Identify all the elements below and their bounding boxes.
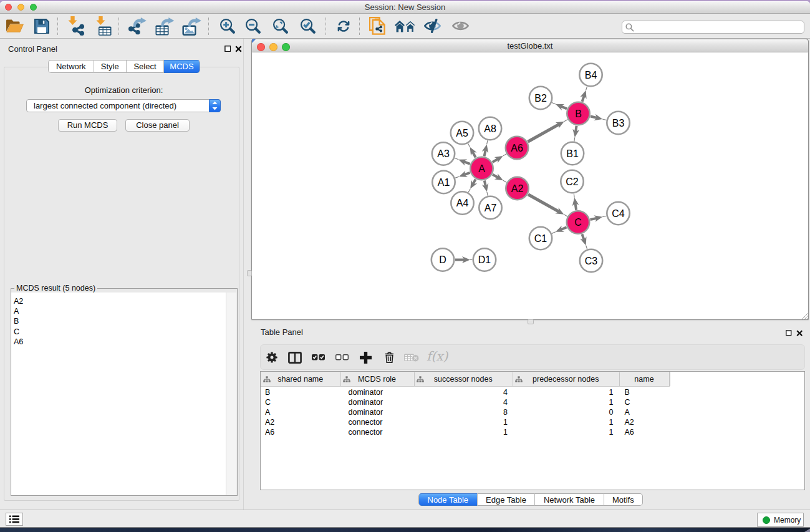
- graph-node-A6[interactable]: A6: [506, 137, 528, 159]
- tab-select[interactable]: Select: [127, 60, 164, 73]
- graph-edge-A-A7[interactable]: [485, 181, 486, 186]
- duplicate-network-button[interactable]: [368, 14, 387, 38]
- tab-node-table[interactable]: Node Table: [418, 493, 478, 506]
- graph-edge-A-A1[interactable]: [465, 173, 470, 175]
- splitter-knob-bottom[interactable]: [528, 319, 534, 324]
- graph-node-A1[interactable]: A1: [432, 171, 455, 193]
- graph-edge-A-A6[interactable]: [493, 159, 498, 162]
- network-graph-canvas[interactable]: A A1 A2 A3 A4 A5 A6 A7 A8 B B1 B2 B3: [252, 52, 808, 319]
- graph-node-D[interactable]: D: [432, 248, 454, 271]
- float-panel-icon[interactable]: [224, 46, 231, 52]
- zoom-out-button[interactable]: [244, 14, 262, 38]
- search-input[interactable]: [622, 21, 804, 34]
- zoom-selected-button[interactable]: [299, 14, 317, 38]
- graph-edge-B-B1[interactable]: [576, 126, 576, 132]
- run-mcds-button[interactable]: Run MCDS: [58, 119, 117, 132]
- graph-node-C3[interactable]: C3: [580, 249, 602, 272]
- graph-edge-C-C4[interactable]: [591, 218, 597, 220]
- table-row[interactable]: Bdominator41B: [261, 387, 804, 397]
- refresh-button[interactable]: [336, 14, 351, 38]
- graph-node-B3[interactable]: B3: [607, 112, 629, 134]
- graph-edge-B-B2[interactable]: [561, 106, 567, 109]
- graph-edge-A-A3[interactable]: [464, 162, 470, 164]
- graph-node-A8[interactable]: A8: [479, 117, 501, 140]
- gear-button[interactable]: [266, 352, 277, 363]
- hide-selected-button[interactable]: [423, 14, 442, 38]
- tab-network[interactable]: Network: [48, 60, 94, 73]
- mcds-result-item[interactable]: B: [11, 316, 226, 326]
- graph-node-A[interactable]: A: [470, 157, 493, 180]
- graph-node-B2[interactable]: B2: [529, 87, 552, 109]
- zoom-in-button[interactable]: [219, 14, 236, 38]
- graph-node-A7[interactable]: A7: [479, 196, 501, 219]
- graph-node-D1[interactable]: D1: [473, 248, 496, 271]
- open-session-button[interactable]: [4, 14, 25, 38]
- trash-button[interactable]: [385, 352, 394, 363]
- import-table-button[interactable]: [94, 14, 113, 38]
- graph-node-A4[interactable]: A4: [451, 191, 473, 214]
- tab-network-table[interactable]: Network Table: [535, 493, 604, 506]
- graph-edge-A-A2[interactable]: [493, 175, 498, 178]
- save-session-button[interactable]: [32, 14, 51, 38]
- column-header-predecessor-nodes[interactable]: predecessor nodes: [513, 372, 619, 387]
- graph-node-A2[interactable]: A2: [506, 177, 528, 200]
- tab-edge-table[interactable]: Edge Table: [478, 493, 536, 506]
- graph-node-C[interactable]: C: [567, 211, 589, 233]
- graph-node-B4[interactable]: B4: [579, 64, 602, 86]
- graph-node-A5[interactable]: A5: [451, 122, 473, 144]
- tab-style[interactable]: Style: [94, 60, 127, 73]
- first-neighbors-button[interactable]: [393, 14, 417, 38]
- graph-node-A3[interactable]: A3: [432, 142, 455, 165]
- splitter-knob-left[interactable]: [247, 270, 252, 276]
- checked-pair-button[interactable]: [312, 354, 325, 360]
- plus-button[interactable]: [360, 352, 372, 364]
- zoom-fit-button[interactable]: [272, 14, 289, 38]
- graph-edge-A-A8[interactable]: [485, 150, 486, 156]
- column-header-name[interactable]: name: [619, 372, 670, 387]
- export-image-button[interactable]: [178, 14, 203, 38]
- graph-edge-C-C1[interactable]: [561, 227, 566, 230]
- close-table-panel-icon[interactable]: [796, 330, 803, 337]
- column-header-shared-name[interactable]: shared name: [261, 372, 340, 387]
- mcds-result-list[interactable]: A2ABCA6: [11, 293, 226, 495]
- graph-edge-B-B4[interactable]: [582, 95, 584, 102]
- mcds-result-item[interactable]: A2: [11, 296, 226, 306]
- mcds-list-scrollbar[interactable]: [226, 293, 236, 495]
- graph-node-B1[interactable]: B1: [561, 142, 584, 165]
- column-divider[interactable]: [670, 372, 670, 386]
- graph-edge-C-C3[interactable]: [582, 234, 584, 239]
- graph-edge-C-C2[interactable]: [576, 203, 577, 210]
- export-table-button[interactable]: [152, 14, 176, 38]
- export-network-button[interactable]: [127, 14, 149, 38]
- show-all-button[interactable]: [451, 14, 470, 38]
- mcds-result-item[interactable]: A: [11, 306, 226, 316]
- split-view-button[interactable]: [288, 352, 302, 364]
- graph-edge-A2-C[interactable]: [528, 195, 559, 212]
- window-resize-grip[interactable]: [800, 311, 809, 320]
- graph-edge-A-A5[interactable]: [473, 152, 476, 158]
- graph-node-C1[interactable]: C1: [529, 227, 552, 249]
- mcds-result-item[interactable]: A6: [11, 337, 226, 347]
- close-panel-button[interactable]: Close panel: [125, 119, 190, 132]
- tab-motifs[interactable]: Motifs: [604, 493, 644, 506]
- table-row[interactable]: A2connector11A2: [261, 417, 804, 427]
- column-header-successor-nodes[interactable]: successor nodes: [414, 372, 513, 387]
- unchecked-pair-button[interactable]: [335, 354, 349, 360]
- table-row[interactable]: Cdominator41C: [261, 397, 804, 407]
- float-table-panel-icon[interactable]: [786, 330, 792, 336]
- table-row[interactable]: A6connector11A6: [261, 427, 804, 437]
- table-row[interactable]: Adominator80A: [261, 407, 804, 417]
- tab-mcds[interactable]: MCDS: [164, 60, 200, 73]
- delete-table-button[interactable]: [404, 352, 419, 362]
- close-panel-icon[interactable]: [235, 46, 242, 52]
- graph-node-C2[interactable]: C2: [561, 170, 583, 193]
- task-history-button[interactable]: [6, 513, 23, 526]
- graph-edge-B-B3[interactable]: [591, 117, 597, 118]
- graph-node-C4[interactable]: C4: [607, 202, 629, 225]
- graph-node-B[interactable]: B: [567, 102, 589, 125]
- mcds-result-item[interactable]: C: [11, 327, 226, 337]
- import-network-button[interactable]: [66, 14, 87, 38]
- graph-edge-A6-B[interactable]: [528, 124, 559, 142]
- function-builder-button[interactable]: f(x): [427, 349, 448, 364]
- graph-edge-A-A4[interactable]: [473, 179, 476, 183]
